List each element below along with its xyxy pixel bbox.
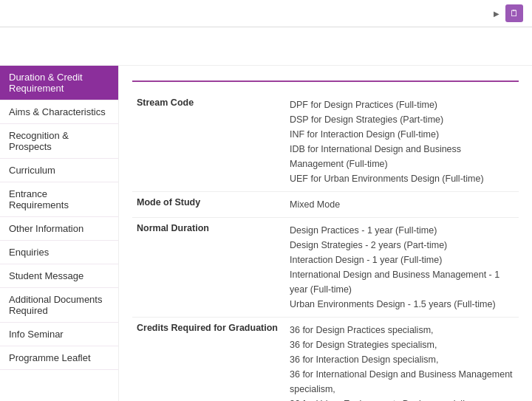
top-bar: 🗒 bbox=[0, 0, 532, 27]
cell-line: 36 for Interaction Design specialism, bbox=[290, 352, 514, 367]
sidebar-item-1[interactable]: Aims & Characteristics bbox=[0, 100, 118, 124]
row-value-0: DPF for Design Practices (Full-time)DSP … bbox=[285, 92, 519, 192]
row-label-2: Normal Duration bbox=[132, 218, 285, 318]
cell-line: Design Strategies - 2 years (Part-time) bbox=[290, 238, 514, 253]
row-label-0: Stream Code bbox=[132, 92, 285, 192]
programme-icon-glyph: 🗒 bbox=[510, 8, 519, 18]
sidebar-item-5[interactable]: Other Information bbox=[0, 217, 118, 241]
sidebar-item-0[interactable]: Duration & Credit Requirement bbox=[0, 66, 118, 100]
sidebar-item-7[interactable]: Student Message bbox=[0, 264, 118, 288]
cell-line: Design Practices - 1 year (Full-time) bbox=[290, 223, 514, 238]
table-row-1: Mode of StudyMixed Mode bbox=[132, 192, 519, 218]
sidebar-item-4[interactable]: Entrance Requirements bbox=[0, 182, 118, 217]
section-title bbox=[132, 76, 519, 82]
main-layout: Duration & Credit RequirementAims & Char… bbox=[0, 66, 532, 401]
cell-line: INF for Interaction Design (Full-time) bbox=[290, 127, 514, 142]
sidebar-item-2[interactable]: Recognition & Prospects bbox=[0, 124, 118, 159]
table-row-3: Credits Required for Graduation36 for De… bbox=[132, 318, 519, 401]
top-bar-right: 🗒 bbox=[494, 4, 523, 22]
programme-header bbox=[0, 27, 532, 66]
sidebar-item-3[interactable]: Curriculum bbox=[0, 159, 118, 182]
sidebar: Duration & Credit RequirementAims & Char… bbox=[0, 66, 118, 401]
cell-line: 36 for Design Strategies specialism, bbox=[290, 337, 514, 352]
cell-line: International Design and Business Manage… bbox=[290, 267, 514, 297]
cell-line: Interaction Design - 1 year (Full-time) bbox=[290, 253, 514, 267]
programme-icon: 🗒 bbox=[505, 4, 523, 22]
cell-line: DSP for Design Strategies (Part-time) bbox=[290, 112, 514, 127]
table-row-2: Normal DurationDesign Practices - 1 year… bbox=[132, 218, 519, 318]
cell-line: IDB for International Design and Busines… bbox=[290, 142, 514, 171]
cell-line: UEF for Urban Environments Design (Full-… bbox=[290, 171, 514, 186]
cell-line: Mixed Mode bbox=[290, 197, 514, 212]
info-table: Stream CodeDPF for Design Practices (Ful… bbox=[132, 92, 519, 401]
cell-line: 36 for Urban Environments Design special… bbox=[290, 397, 514, 401]
row-value-3: 36 for Design Practices specialism,36 fo… bbox=[285, 318, 519, 401]
back-to-list-link[interactable] bbox=[494, 8, 499, 18]
programme-meta bbox=[10, 44, 522, 58]
cell-line: DPF for Design Practices (Full-time) bbox=[290, 97, 514, 112]
row-value-2: Design Practices - 1 year (Full-time)Des… bbox=[285, 218, 519, 318]
row-value-1: Mixed Mode bbox=[285, 192, 519, 218]
cell-line: 36 for International Design and Business… bbox=[290, 367, 514, 397]
table-row-0: Stream CodeDPF for Design Practices (Ful… bbox=[132, 92, 519, 192]
sidebar-item-6[interactable]: Enquiries bbox=[0, 241, 118, 264]
sidebar-item-8[interactable]: Additional Documents Required bbox=[0, 288, 118, 323]
sidebar-item-9[interactable]: Info Seminar bbox=[0, 323, 118, 346]
row-label-3: Credits Required for Graduation bbox=[132, 318, 285, 401]
row-label-1: Mode of Study bbox=[132, 192, 285, 218]
main-content: Stream CodeDPF for Design Practices (Ful… bbox=[118, 66, 532, 401]
cell-line: 36 for Design Practices specialism, bbox=[290, 323, 514, 337]
sidebar-item-10[interactable]: Programme Leaflet bbox=[0, 346, 118, 370]
cell-line: Urban Environments Design - 1.5 years (F… bbox=[290, 297, 514, 312]
